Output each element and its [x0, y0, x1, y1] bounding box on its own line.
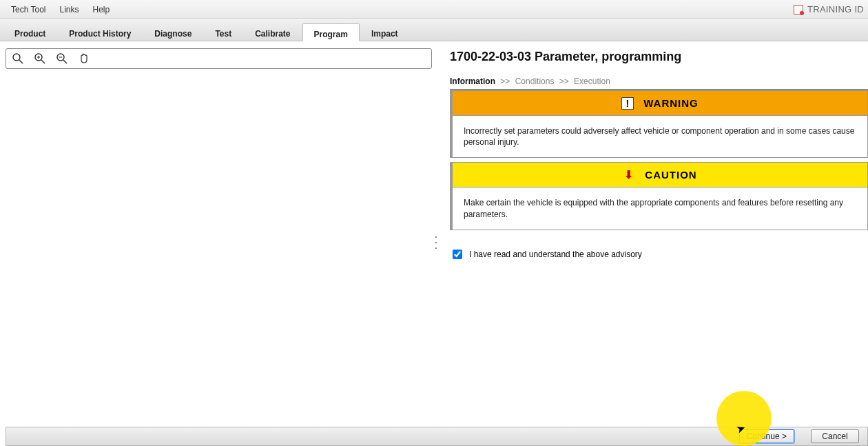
- svg-line-1: [19, 60, 23, 63]
- svg-line-7: [63, 60, 67, 63]
- breadcrumb-step-conditions: Conditions: [515, 77, 555, 86]
- tab-test[interactable]: Test: [203, 23, 243, 41]
- breadcrumb-sep: >>: [557, 77, 572, 86]
- menu-tech-tool[interactable]: Tech Tool: [4, 2, 52, 17]
- caution-box: ⬇ CAUTION Make certain the vehicle is eq…: [450, 162, 868, 230]
- left-pane: [0, 41, 437, 427]
- tab-product-history[interactable]: Product History: [57, 23, 143, 41]
- svg-point-0: [13, 54, 20, 61]
- breadcrumb-step-execution: Execution: [574, 77, 610, 86]
- content-area: 1700-22-03-03 Parameter, programming Inf…: [0, 41, 868, 427]
- menubar: Tech Tool Links Help TRAINING ID: [0, 0, 868, 19]
- splitter-handle[interactable]: [433, 234, 439, 251]
- ack-row: I have read and understand the above adv…: [450, 250, 868, 259]
- right-pane: 1700-22-03-03 Parameter, programming Inf…: [437, 41, 868, 427]
- viewer-toolbar: [6, 48, 432, 69]
- warning-text: Incorrectly set parameters could adverse…: [453, 116, 867, 157]
- tab-diagnose[interactable]: Diagnose: [143, 23, 203, 41]
- tab-program[interactable]: Program: [302, 23, 360, 41]
- id-badge-icon: [794, 5, 803, 14]
- tab-impact[interactable]: Impact: [360, 23, 410, 41]
- caution-header: ⬇ CAUTION: [453, 163, 867, 187]
- breadcrumb-step-information: Information: [450, 77, 495, 86]
- warning-box: ! WARNING Incorrectly set parameters cou…: [450, 90, 868, 158]
- menu-help[interactable]: Help: [86, 2, 117, 17]
- zoom-fit-icon[interactable]: [10, 51, 25, 66]
- caution-label: CAUTION: [645, 169, 696, 181]
- zoom-in-icon[interactable]: [32, 51, 48, 66]
- warning-label: WARNING: [643, 97, 699, 109]
- tabbar: Product Product History Diagnose Test Ca…: [0, 19, 868, 41]
- breadcrumb: Information >> Conditions >> Execution: [450, 77, 868, 90]
- menu-links[interactable]: Links: [52, 2, 85, 17]
- tab-product[interactable]: Product: [3, 23, 57, 41]
- zoom-out-icon[interactable]: [54, 51, 70, 66]
- caution-text: Make certain the vehicle is equipped wit…: [453, 187, 867, 229]
- menubar-right: TRAINING ID: [794, 4, 864, 14]
- ack-checkbox[interactable]: [453, 250, 462, 259]
- cancel-button[interactable]: Cancel: [811, 429, 859, 443]
- caution-icon: ⬇: [623, 169, 635, 181]
- page-title: 1700-22-03-03 Parameter, programming: [450, 50, 868, 64]
- highlight-circle: [716, 391, 772, 446]
- warning-header: ! WARNING: [453, 91, 867, 116]
- warning-icon: !: [621, 97, 634, 110]
- training-id-label: TRAINING ID: [807, 4, 864, 14]
- ack-label: I have read and understand the above adv…: [469, 250, 642, 259]
- pan-hand-icon[interactable]: [76, 51, 92, 66]
- svg-line-3: [41, 60, 45, 63]
- breadcrumb-sep: >>: [497, 77, 513, 86]
- tab-calibrate[interactable]: Calibrate: [243, 23, 302, 41]
